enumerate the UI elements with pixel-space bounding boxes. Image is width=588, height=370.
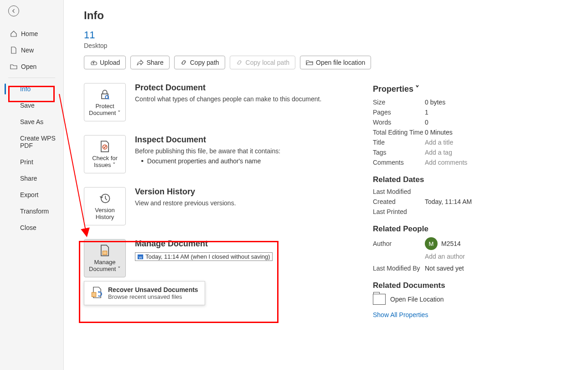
sidebar-item-label: Save As [20,118,43,125]
button-label: Open file location [316,59,365,66]
sidebar-item-label: Open [21,63,36,70]
sidebar-item-new[interactable]: New [0,42,63,58]
upload-button[interactable]: Upload [84,56,126,69]
section-heading: Manage Document [135,239,273,249]
prop-key-size: Size [373,99,425,106]
prop-key-editing-time: Total Editing Time [373,129,425,136]
prop-key-comments: Comments [373,159,425,166]
protect-document-button[interactable]: ProtectDocument ˅ [84,83,126,121]
prop-tags-input[interactable]: Add a tag [425,149,452,156]
recover-unsaved-docs-item[interactable]: Recover Unsaved Documents Browse recent … [84,281,205,305]
prop-key-pages: Pages [373,109,425,116]
chevron-down-icon: ˅ [415,84,419,94]
copy-path-button[interactable]: Copy path [174,56,225,69]
chevron-down-icon: ˅ [113,162,116,168]
section-heading: Version History [135,187,236,197]
file-location: Desktop [84,42,568,49]
recover-description: Browse recent unsaved files [108,293,198,300]
chevron-down-icon: ˅ [118,109,121,116]
chevron-down-icon: ˅ [118,266,121,272]
sidebar-item-label: Home [21,30,38,37]
version-entry-label: Today, 11:14 AM (when I closed without s… [145,253,270,260]
home-icon [10,30,17,37]
sidebar-item-saveas[interactable]: Save As [0,114,63,130]
author-chip[interactable]: M M2514 [425,237,461,250]
sidebar-item-label: Info [20,85,31,93]
prop-key-last-modified-by: Last Modified By [373,265,425,272]
sidebar-separator [8,78,55,78]
document-check-icon [98,140,111,153]
related-documents-heading: Related Documents [373,281,573,290]
autosave-version-entry[interactable]: W Today, 11:14 AM (when I closed without… [135,252,273,261]
button-label: Copy path [190,59,219,66]
info-toolbar: Upload Share Copy path Copy local path O… [84,56,568,69]
button-label: Upload [100,59,120,66]
prop-val-words: 0 [425,119,428,126]
folder-icon [373,294,386,305]
prop-val-last-modified-by: Not saved yet [425,265,464,272]
inspect-bullet: Document properties and author's name [147,157,261,165]
prop-key-last-modified: Last Modified [373,188,425,195]
link-icon [236,59,243,66]
clock-history-icon [98,192,111,205]
open-file-location-button[interactable]: Open file location [300,56,371,69]
sidebar-item-label: Close [20,224,36,231]
show-all-properties-link[interactable]: Show All Properties [373,311,573,318]
sidebar-item-home[interactable]: Home [0,26,63,42]
document-manage-icon [98,244,111,257]
sidebar-item-open[interactable]: Open [0,58,63,75]
sidebar-item-label: Export [20,191,38,198]
sidebar-item-label: Save [20,102,35,109]
button-label: Copy local path [246,59,290,66]
prop-comments-input[interactable]: Add comments [425,159,467,166]
open-file-location-link[interactable]: Open File Location [373,294,573,305]
sidebar-item-transform[interactable]: Transform [0,203,63,219]
section-heading: Inspect Document [135,135,280,145]
check-for-issues-button[interactable]: Check forIssues ˅ [84,135,126,173]
file-name: 11 [84,29,568,41]
button-label: Share [146,59,163,66]
author-name: M2514 [441,240,461,247]
backstage-sidebar: Home New Open Info Save Save As Create W… [0,0,64,370]
sidebar-item-close[interactable]: Close [0,219,63,236]
prop-key-author: Author [373,240,425,247]
add-author-input[interactable]: Add an author [425,253,465,260]
prop-key-tags: Tags [373,149,425,156]
sidebar-item-label: Create WPS PDF [20,135,58,149]
svg-rect-7 [92,292,96,297]
prop-val-pages: 1 [425,109,428,116]
folder-open-icon [306,59,313,66]
back-button[interactable] [8,5,19,16]
back-arrow-icon [11,8,16,14]
word-doc-icon: W [137,254,144,260]
document-recover-icon [91,286,103,299]
sidebar-item-print[interactable]: Print [0,154,63,170]
sidebar-item-label: Transform [20,208,49,215]
properties-heading-button[interactable]: Properties ˅ [373,84,419,94]
avatar: M [425,237,438,250]
prop-title-input[interactable]: Add a title [425,139,453,146]
version-history-button[interactable]: VersionHistory [84,187,126,225]
sidebar-item-label: New [21,47,34,54]
prop-val-created: Today, 11:14 AM [425,198,472,205]
sidebar-item-save[interactable]: Save [0,97,63,114]
sidebar-item-share[interactable]: Share [0,170,63,187]
svg-text:W: W [139,255,142,259]
prop-key-created: Created [373,198,425,205]
sidebar-item-info[interactable]: Info [0,81,63,97]
section-heading: Protect Document [135,83,321,93]
sidebar-item-create-wps-pdf[interactable]: Create WPS PDF [0,130,63,154]
open-file-location-label: Open File Location [390,296,444,303]
related-dates-heading: Related Dates [373,175,573,184]
page-title: Info [84,9,568,22]
related-people-heading: Related People [373,224,573,234]
sidebar-item-label: Share [20,175,37,182]
manage-document-button[interactable]: ManageDocument ˅ [84,239,126,277]
prop-key-title: Title [373,139,425,146]
share-button[interactable]: Share [130,56,169,69]
section-description: Before publishing this file, be aware th… [135,147,280,155]
new-doc-icon [10,47,17,54]
prop-val-size: 0 bytes [425,99,445,106]
prop-val-editing-time: 0 Minutes [425,129,453,136]
sidebar-item-export[interactable]: Export [0,187,63,203]
